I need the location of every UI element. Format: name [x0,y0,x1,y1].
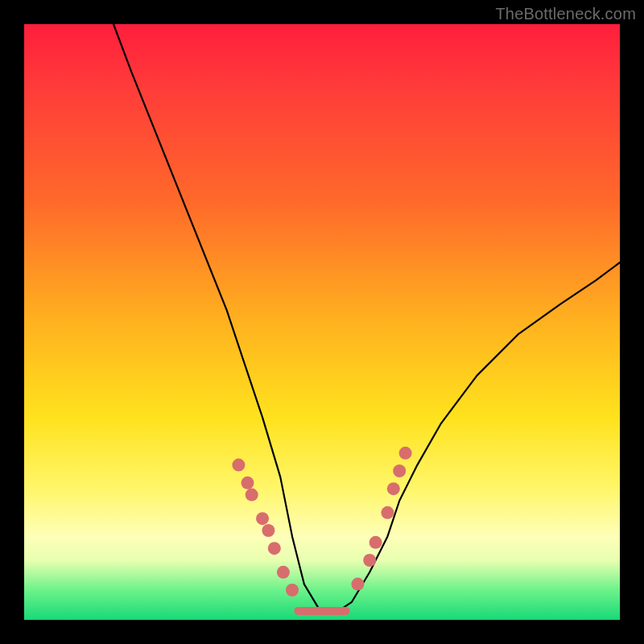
sample-dots [232,447,411,597]
sample-dot [393,464,406,477]
sample-dot [363,554,376,567]
sample-dot [242,477,254,489]
sample-dot [262,524,275,537]
sample-dot [387,482,400,495]
sample-dot [246,489,258,502]
watermark-text: TheBottleneck.com [495,5,636,23]
sample-dot [277,566,290,579]
sample-dot [232,459,245,472]
sample-dot [381,506,394,519]
bottleneck-curve [114,24,620,614]
sample-dot [286,584,299,597]
chart-frame: TheBottleneck.com [0,0,644,644]
plot-area [24,24,620,620]
sample-dot [351,578,364,591]
sample-dot [369,536,382,549]
sample-dot [256,512,269,525]
chart-svg [24,24,620,620]
sample-dot [268,542,281,555]
sample-dot [399,447,412,460]
